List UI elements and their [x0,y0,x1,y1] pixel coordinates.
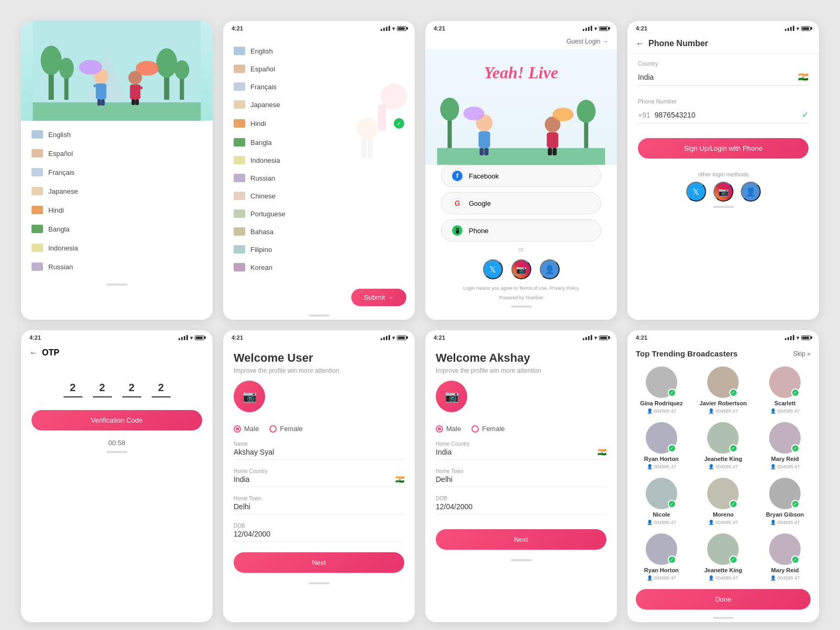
battery-icon [801,26,811,31]
list-item[interactable]: Bangla [223,133,415,151]
verify-button[interactable]: Verification Code [32,410,202,430]
india-flag-icon: 🇮🇳 [798,72,808,82]
list-item[interactable]: Russian [21,257,213,276]
broadcaster-count: 👤 004585 47 [770,575,800,581]
broadcaster-javier[interactable]: ✓ Javier Robertson 👤 004585 47 [696,366,751,414]
sign-up-button[interactable]: Sign Up/Login with Phone [638,138,808,159]
male-option-2[interactable]: Male [436,425,461,433]
female-option[interactable]: Female [269,425,302,433]
female-radio-2[interactable] [471,425,479,433]
list-item[interactable]: English [223,42,415,60]
flag-icon [234,100,245,109]
list-item[interactable]: Portuguese [223,205,415,223]
phone-input[interactable]: 9876543210 [655,111,797,119]
broadcaster-mary-reid[interactable]: ✓ Mary Reid 👤 004585 47 [757,422,813,469]
twitter-btn[interactable]: 𝕏 [686,182,706,202]
status-icons: ▾ [381,26,406,32]
list-item[interactable]: Korean [223,258,415,276]
list-item[interactable]: Français [223,78,415,96]
list-item[interactable]: Hindi ✓ [223,113,415,133]
list-item[interactable]: Bangla [21,219,213,238]
instagram-btn[interactable]: 📷 [713,182,733,202]
list-item[interactable]: Filipino [223,240,415,258]
broadcaster-moreno[interactable]: ✓ Moreno 👤 004585 47 [696,478,751,525]
broadcaster-ryan[interactable]: ✓ Ryan Horton 👤 004585 47 [634,422,689,469]
avatar-upload-btn-2[interactable]: 📷 [436,381,467,412]
list-item[interactable]: Español [21,144,213,163]
avatar: ✓ [707,422,739,454]
back-button[interactable]: ← [636,39,644,48]
list-item[interactable]: Russian [223,169,415,187]
list-item[interactable]: Indonesia [223,151,415,169]
broadcaster-scarlett[interactable]: ✓ Scarlett 👤 004585 47 [757,366,813,414]
broadcaster-name: Scarlett [774,400,795,406]
list-item[interactable]: Japanese [223,96,415,113]
otp-digit-3[interactable]: 2 [122,379,141,397]
dob-input[interactable]: 12/04/2000 [234,530,404,542]
next-button[interactable]: Next [234,552,404,573]
user-login-btn[interactable]: 👤 [540,259,560,279]
list-item[interactable]: Bahasa [223,223,415,240]
done-button[interactable]: Done [636,589,811,610]
language-name: Hindi [48,206,64,214]
broadcaster-count: 👤 004585 47 [647,575,676,581]
back-button[interactable]: ← [29,348,38,358]
verified-badge: ✓ [729,500,738,508]
user-btn[interactable]: 👤 [741,182,761,202]
signal-icon [583,26,592,31]
female-option-2[interactable]: Female [471,425,505,433]
home-town-input-2[interactable]: Delhi [436,475,606,487]
list-item[interactable]: Indonesia [21,238,213,257]
male-radio-2[interactable] [436,425,443,433]
otp-digit-2[interactable]: 2 [93,379,112,397]
home-country-field: Home Country India 🇮🇳 [223,464,415,491]
home-town-input[interactable]: Delhi [234,502,404,514]
facebook-login-btn[interactable]: f Facebook [441,165,601,187]
broadcaster-jeanette-2[interactable]: ✓ Jeanette King 👤 004585 47 [696,533,751,581]
broadcaster-count: 👤 004585 47 [708,575,738,581]
dob-input-2[interactable]: 12/04/2000 [436,502,606,514]
next-button-2[interactable]: Next [436,529,606,550]
twitter-login-btn[interactable]: 𝕏 [483,259,503,279]
svg-point-42 [553,108,574,121]
flag-icon [32,149,43,158]
verified-badge: ✓ [668,500,676,508]
male-radio[interactable] [234,425,241,433]
skip-button[interactable]: Skip » [793,350,811,358]
list-item[interactable]: Japanese [21,182,213,201]
otp-digit-4[interactable]: 2 [152,379,171,397]
language-name: Bangla [48,225,69,233]
broadcaster-ryan-2[interactable]: ✓ Ryan Horton 👤 004585 47 [634,533,689,581]
avatar: ✓ [646,422,677,454]
phone-login-btn[interactable]: 📱 Phone [441,219,601,242]
broadcaster-mary-reid-2[interactable]: ✓ Mary Reid 👤 004585 47 [757,533,813,581]
list-item[interactable]: Français [21,163,213,182]
broadcaster-bryan[interactable]: ✓ Bryan Gibson 👤 004585 47 [757,478,813,525]
broadcaster-jeanette[interactable]: ✓ Jeanette King 👤 004585 47 [696,422,751,469]
google-login-btn[interactable]: G Google [441,192,601,214]
country-selector[interactable]: India 🇮🇳 [638,69,808,86]
svg-rect-39 [548,148,552,155]
language-name: Chinese [250,192,276,200]
list-item[interactable]: Español [223,60,415,78]
name-input[interactable]: Akshay Syal [234,448,404,460]
broadcaster-gina[interactable]: ✓ Gina Rodriquez 👤 004585 47 [634,366,689,414]
battery-icon [195,335,204,340]
list-item[interactable]: English [21,125,213,144]
home-indicator [309,314,330,317]
battery-icon [599,335,608,340]
submit-button[interactable]: Submit → [351,289,406,306]
status-icons: ▾ [785,26,811,32]
list-item[interactable]: Chinese [223,187,415,205]
language-name: Français [250,83,277,91]
broadcaster-nicole[interactable]: ✓ Nicole 👤 004585 47 [634,478,689,525]
male-option[interactable]: Male [234,425,259,433]
home-country-input-2[interactable]: India 🇮🇳 [436,448,606,460]
avatar-upload-btn[interactable]: 📷 [234,381,265,412]
home-country-input[interactable]: India 🇮🇳 [234,475,404,487]
instagram-login-btn[interactable]: 📷 [511,259,531,279]
guest-login-btn[interactable]: Guest Login → [434,38,608,45]
female-radio[interactable] [269,425,277,433]
list-item[interactable]: Hindi [21,201,213,219]
otp-digit-1[interactable]: 2 [64,379,82,397]
